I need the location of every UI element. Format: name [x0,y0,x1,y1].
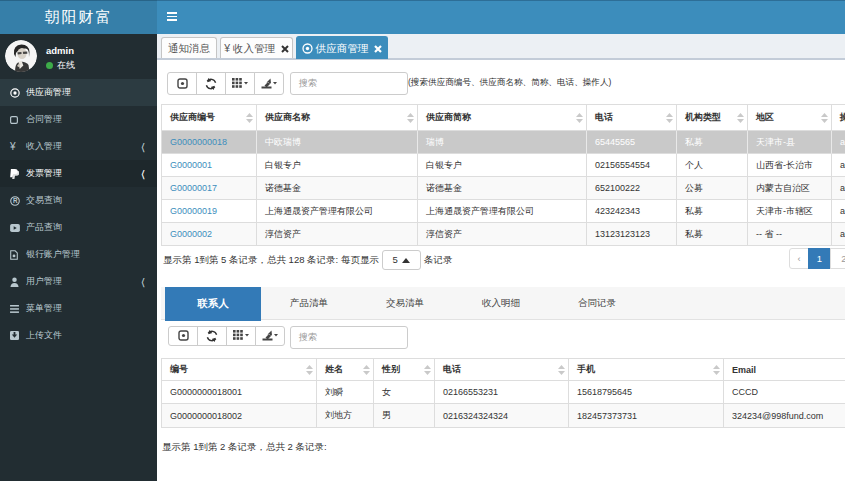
svg-text:R: R [13,197,18,204]
